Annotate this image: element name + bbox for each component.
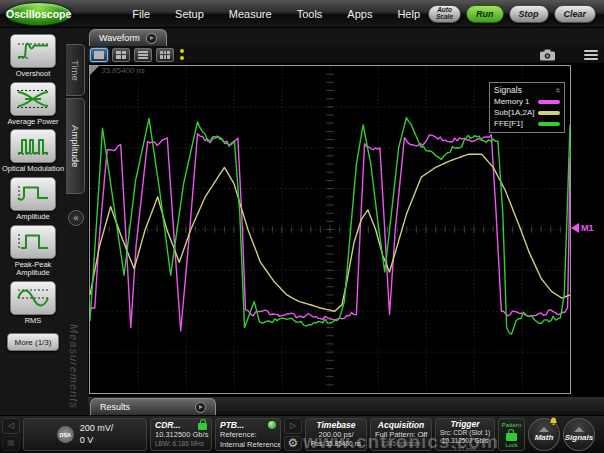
layout-grid-button[interactable] <box>156 48 174 62</box>
optical-modulation-button[interactable]: .gr{stroke:#1d8f1d;stroke-width:2;fill:n… <box>10 129 56 163</box>
menu-measure[interactable]: Measure <box>227 7 274 21</box>
timebase-title: Timebase <box>310 420 362 430</box>
trigger-title: Trigger <box>440 419 490 429</box>
layout-rows-button[interactable] <box>134 48 152 62</box>
peak-peak-amplitude-icon: .gr{stroke:#1d8f1d;stroke-width:2;fill:n… <box>13 230 53 254</box>
legend-color-swatch <box>538 111 560 115</box>
peak-peak-amplitude-button[interactable]: .gr{stroke:#1d8f1d;stroke-width:2;fill:n… <box>10 225 56 259</box>
measurement-label: Optical Modulation <box>2 165 64 174</box>
collapse-icon: « <box>73 214 78 223</box>
app-logo: Oscilloscope <box>5 2 72 26</box>
average-power-button[interactable]: .gr{stroke:#1d8f1d;stroke-width:2;fill:n… <box>10 82 56 116</box>
run-button[interactable]: Run <box>466 5 504 23</box>
measurement-label: RMS <box>25 317 42 326</box>
stop-button[interactable]: Stop <box>509 5 549 23</box>
measurements-sidebar: .gr{stroke:#1d8f1d;stroke-width:2;fill:n… <box>0 28 88 415</box>
layout-quad-button[interactable] <box>112 48 130 62</box>
more-measurements-button[interactable]: More (1/3) <box>7 333 59 351</box>
measurements-vertical-label: Measurements <box>68 324 80 409</box>
ptb-panel[interactable]: PTB... Reference: Internal Reference <box>215 418 281 451</box>
gear-icon[interactable]: ⚙ <box>284 436 302 452</box>
marker-gutter: M1 <box>571 63 604 396</box>
sidebar-tab-strip: Time Amplitude « Measurements <box>66 28 88 415</box>
channel-panel[interactable]: DSA 200 mV/ 0 V <box>23 418 147 451</box>
legend-color-swatch <box>538 122 560 126</box>
legend-entry-label: FFE[F1] <box>494 119 523 130</box>
legend-collapse-icon[interactable]: « <box>553 87 562 92</box>
measurement-label: Amplitude <box>16 213 49 222</box>
clear-button[interactable]: Clear <box>554 5 597 23</box>
oscilloscope-app-window: Oscilloscope FileSetupMeasureToolsAppsHe… <box>0 0 604 453</box>
tab-results[interactable]: Results <box>90 398 216 415</box>
tab-waveform[interactable]: Waveform <box>89 29 167 46</box>
cdr-panel[interactable]: CDR... 10.312500 Gb/s LBW: 6.186 MHz <box>150 418 212 451</box>
tab-amplitude[interactable]: Amplitude <box>66 98 85 194</box>
acquisition-points: 2345 pts/scrn <box>375 440 427 448</box>
measurement-item: .gr{stroke:#1d8f1d;stroke-width:2;fill:n… <box>0 34 66 79</box>
amplitude-icon: .gr{stroke:#1d8f1d;stroke-width:2;fill:n… <box>13 182 53 206</box>
legend-entry[interactable]: FFE[F1] <box>494 119 560 130</box>
pattern-lock-button[interactable]: Pattern Lock <box>498 418 525 451</box>
measurement-item: .gr{stroke:#1d8f1d;stroke-width:2;fill:n… <box>0 82 66 127</box>
lock-icon <box>198 423 207 430</box>
scroll-right-button[interactable]: ▷ <box>284 418 302 434</box>
measurement-item: .gr{stroke:#1d8f1d;stroke-width:2;fill:n… <box>0 281 66 326</box>
front-panel-icon[interactable]: ▦ <box>2 436 20 452</box>
chevron-up-icon <box>539 427 549 432</box>
legend-title: Signals <box>494 85 522 95</box>
acquisition-title: Acquisition <box>375 420 427 430</box>
camera-icon[interactable] <box>539 49 556 61</box>
trigger-source: Src: CDR (Slot 1) <box>440 429 490 437</box>
collapse-sidebar-button[interactable]: « <box>68 210 84 226</box>
pattern-lock-icon <box>506 433 517 441</box>
math-button[interactable]: Math <box>528 418 560 451</box>
menu-apps[interactable]: Apps <box>345 7 374 21</box>
display-toolbar <box>88 46 604 63</box>
channel-scale: 200 mV/ <box>80 423 114 434</box>
cdr-rate: 10.312500 Gb/s <box>155 430 207 440</box>
status-bar: ◁ ▦ DSA 200 mV/ 0 V CDR... 10.312500 Gb/… <box>0 415 604 453</box>
timebase-scale: 200.00 ps/ <box>310 430 362 440</box>
legend-entry[interactable]: Memory 1 <box>494 97 560 108</box>
waveform-display[interactable]: 35.85400 ns Signals « Memory 1Sub[1A,2A]… <box>89 65 571 394</box>
timebase-panel[interactable]: Timebase 200.00 ps/ Pos: 35.85400 ns <box>305 418 367 451</box>
overshoot-button[interactable]: .gr{stroke:#1d8f1d;stroke-width:2;fill:n… <box>10 34 56 68</box>
play-icon[interactable] <box>195 402 206 413</box>
legend-color-swatch <box>538 100 560 104</box>
menu-help[interactable]: Help <box>395 7 422 21</box>
alert-bell-icon <box>549 417 558 426</box>
measurement-item: .gr{stroke:#1d8f1d;stroke-width:2;fill:n… <box>0 129 66 174</box>
dsa-badge: DSA <box>57 426 74 443</box>
acquisition-panel[interactable]: Acquisition Full Pattern: Off 2345 pts/s… <box>370 418 432 451</box>
amplitude-button[interactable]: .gr{stroke:#1d8f1d;stroke-width:2;fill:n… <box>10 177 56 211</box>
auto-scale-button[interactable]: Auto Scale <box>428 5 461 23</box>
marker-m1[interactable]: M1 <box>571 223 594 233</box>
play-icon[interactable] <box>146 33 157 44</box>
toolbar-handle-icon[interactable] <box>180 49 184 60</box>
layout-single-button[interactable] <box>90 48 108 62</box>
marker-triangle-icon <box>571 223 579 233</box>
menu-icon[interactable] <box>584 50 598 60</box>
ptb-reference-label: Reference: <box>220 430 276 440</box>
signals-legend[interactable]: Signals « Memory 1Sub[1A,2A]FFE[F1] <box>489 82 565 133</box>
measurement-label: Average Power <box>7 118 58 127</box>
scroll-left-button[interactable]: ◁ <box>2 418 20 434</box>
legend-entry-label: Sub[1A,2A] <box>494 108 534 119</box>
title-bar-buttons: Auto Scale Run Stop Clear × <box>428 5 604 23</box>
measurement-item: .gr{stroke:#1d8f1d;stroke-width:2;fill:n… <box>0 225 66 278</box>
rms-button[interactable]: .gr{stroke:#1d8f1d;stroke-width:2;fill:n… <box>10 281 56 315</box>
menu-setup[interactable]: Setup <box>173 7 206 21</box>
legend-entry-label: Memory 1 <box>494 97 530 108</box>
waveform-tab-bar: Waveform <box>88 28 604 46</box>
trigger-panel[interactable]: Trigger Src: CDR (Slot 1) 10.312507 Gb/s… <box>435 418 495 451</box>
legend-entry[interactable]: Sub[1A,2A] <box>494 108 560 119</box>
tab-time[interactable]: Time <box>66 44 85 96</box>
cdr-lbw: LBW: 6.186 MHz <box>155 440 207 448</box>
channel-offset: 0 V <box>80 435 114 446</box>
menu-file[interactable]: File <box>130 7 152 21</box>
average-power-icon: .gr{stroke:#1d8f1d;stroke-width:2;fill:n… <box>13 87 53 111</box>
signals-button[interactable]: Signals <box>563 418 595 451</box>
menu-tools[interactable]: Tools <box>295 7 325 21</box>
pattern-lock-top-label: Pattern <box>502 422 521 428</box>
trigger-rate: 10.312507 Gb/s <box>440 437 490 445</box>
